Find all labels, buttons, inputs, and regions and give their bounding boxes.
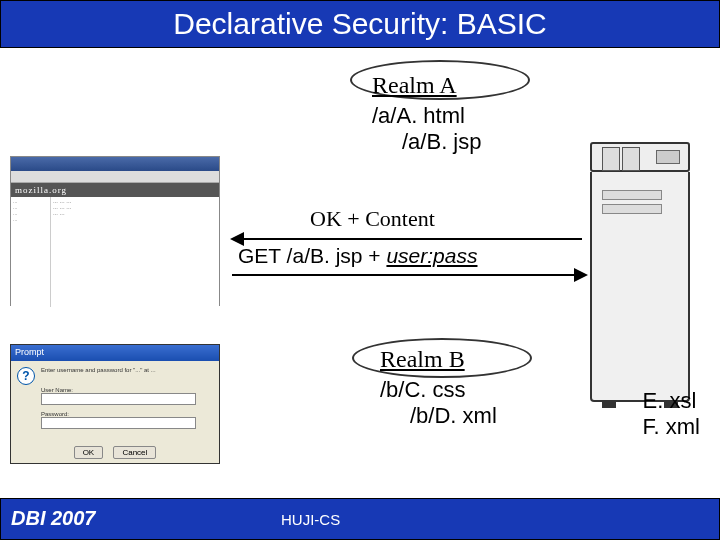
browser-titlebar [11,157,219,171]
realm-a-file1: /a/A. html [372,103,481,129]
slide-title: Declarative Security: BASIC [0,0,720,48]
server-icon [590,142,690,412]
cancel-button[interactable]: Cancel [113,446,156,459]
arrow-response [232,238,582,240]
username-field: User Name: [41,387,201,405]
realm-a-block: Realm A /a/A. html /a/B. jsp [372,72,481,155]
dialog-message: Enter username and password for "..." at… [41,367,211,373]
footer-left: DBI 2007 [11,507,96,530]
browser-window: mozilla.org ············ ··· ··· ······ … [10,156,220,306]
browser-content: ··· ··· ······ ··· ······ ··· [51,197,219,307]
browser-logo: mozilla.org [11,183,219,197]
password-field: Password: [41,411,201,429]
arrow-request [232,274,586,276]
extra-files: E. xsl F. xml [643,388,700,440]
browser-sidebar: ············ [11,197,51,307]
realm-b-file1: /b/C. css [380,377,497,403]
browser-toolbar [11,171,219,183]
response-label: OK + Content [310,206,435,232]
realm-b-title: Realm B [380,346,497,373]
realm-b-file2: /b/D. xml [410,403,497,429]
extra-file1: E. xsl [643,388,700,414]
ok-button[interactable]: OK [74,446,104,459]
username-input[interactable] [41,393,196,405]
auth-dialog: Prompt ? Enter username and password for… [10,344,220,464]
slide-body: mozilla.org ············ ··· ··· ······ … [0,48,720,493]
extra-file2: F. xml [643,414,700,440]
dialog-title: Prompt [11,345,219,361]
request-get: GET /a/B. jsp + [238,244,386,267]
realm-a-title: Realm A [372,72,481,99]
request-label: GET /a/B. jsp + user:pass [238,244,477,268]
password-input[interactable] [41,417,196,429]
question-icon: ? [17,367,35,385]
realm-a-file2: /a/B. jsp [402,129,481,155]
request-userpass: user:pass [386,244,477,267]
footer-center: HUJI-CS [281,511,340,528]
realm-b-block: Realm B /b/C. css /b/D. xml [380,346,497,429]
slide-footer: DBI 2007 HUJI-CS [0,498,720,540]
